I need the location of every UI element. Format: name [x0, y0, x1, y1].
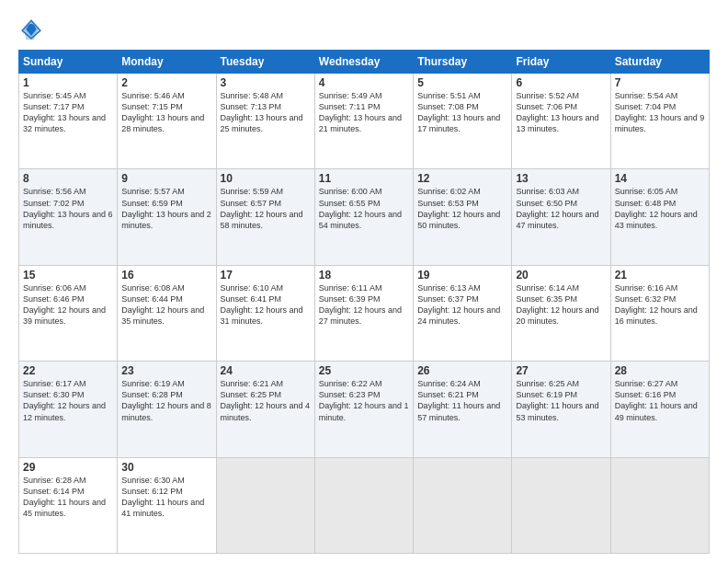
table-row — [314, 457, 413, 553]
logo-icon — [18, 17, 44, 42]
calendar-week-row: 29Sunrise: 6:28 AM Sunset: 6:14 PM Dayli… — [19, 457, 710, 553]
calendar-week-row: 8Sunrise: 5:56 AM Sunset: 7:02 PM Daylig… — [19, 169, 710, 265]
table-row: 23Sunrise: 6:19 AM Sunset: 6:28 PM Dayli… — [118, 362, 216, 457]
table-row: 20Sunrise: 6:14 AM Sunset: 6:35 PM Dayli… — [512, 265, 610, 361]
table-row: 21Sunrise: 6:16 AM Sunset: 6:32 PM Dayli… — [610, 265, 709, 361]
table-row — [216, 457, 314, 553]
table-row: 2Sunrise: 5:46 AM Sunset: 7:15 PM Daylig… — [118, 74, 216, 169]
table-row: 13Sunrise: 6:03 AM Sunset: 6:50 PM Dayli… — [512, 169, 610, 265]
day-number: 15 — [23, 269, 113, 282]
table-row: 12Sunrise: 6:02 AM Sunset: 6:53 PM Dayli… — [414, 169, 512, 265]
col-sunday: Sunday — [19, 51, 118, 74]
day-info: Sunrise: 6:06 AM Sunset: 6:46 PM Dayligh… — [23, 282, 113, 327]
day-info: Sunrise: 6:27 AM Sunset: 6:16 PM Dayligh… — [615, 378, 705, 423]
calendar-week-row: 22Sunrise: 6:17 AM Sunset: 6:30 PM Dayli… — [19, 362, 710, 457]
table-row: 18Sunrise: 6:11 AM Sunset: 6:39 PM Dayli… — [314, 265, 413, 361]
day-info: Sunrise: 6:08 AM Sunset: 6:44 PM Dayligh… — [121, 282, 211, 327]
day-info: Sunrise: 5:49 AM Sunset: 7:11 PM Dayligh… — [319, 90, 409, 135]
table-row — [610, 457, 709, 553]
table-row: 28Sunrise: 6:27 AM Sunset: 6:16 PM Dayli… — [610, 362, 709, 457]
table-row: 19Sunrise: 6:13 AM Sunset: 6:37 PM Dayli… — [414, 265, 512, 361]
day-info: Sunrise: 6:22 AM Sunset: 6:23 PM Dayligh… — [319, 378, 409, 423]
table-row — [414, 457, 512, 553]
calendar-header-row: Sunday Monday Tuesday Wednesday Thursday… — [19, 51, 710, 74]
day-info: Sunrise: 5:52 AM Sunset: 7:06 PM Dayligh… — [516, 90, 606, 135]
table-row: 10Sunrise: 5:59 AM Sunset: 6:57 PM Dayli… — [216, 169, 314, 265]
day-number: 17 — [221, 269, 311, 282]
day-number: 25 — [319, 364, 409, 377]
day-number: 18 — [319, 269, 409, 282]
day-info: Sunrise: 6:10 AM Sunset: 6:41 PM Dayligh… — [221, 282, 311, 327]
day-info: Sunrise: 5:57 AM Sunset: 6:59 PM Dayligh… — [121, 186, 211, 231]
table-row: 5Sunrise: 5:51 AM Sunset: 7:08 PM Daylig… — [414, 74, 512, 169]
calendar-week-row: 1Sunrise: 5:45 AM Sunset: 7:17 PM Daylig… — [19, 74, 710, 169]
day-info: Sunrise: 6:21 AM Sunset: 6:25 PM Dayligh… — [221, 378, 311, 423]
day-number: 1 — [23, 76, 113, 89]
day-info: Sunrise: 5:54 AM Sunset: 7:04 PM Dayligh… — [615, 90, 705, 135]
table-row: 26Sunrise: 6:24 AM Sunset: 6:21 PM Dayli… — [414, 362, 512, 457]
day-info: Sunrise: 5:51 AM Sunset: 7:08 PM Dayligh… — [417, 90, 507, 135]
day-number: 27 — [516, 364, 606, 377]
day-info: Sunrise: 6:02 AM Sunset: 6:53 PM Dayligh… — [417, 186, 507, 231]
calendar: Sunday Monday Tuesday Wednesday Thursday… — [18, 50, 710, 554]
day-number: 2 — [121, 76, 211, 89]
day-number: 9 — [121, 172, 211, 185]
day-info: Sunrise: 6:05 AM Sunset: 6:48 PM Dayligh… — [615, 186, 705, 231]
table-row: 22Sunrise: 6:17 AM Sunset: 6:30 PM Dayli… — [19, 362, 118, 457]
logo — [18, 17, 48, 42]
col-monday: Monday — [118, 51, 216, 74]
day-number: 6 — [516, 76, 606, 89]
table-row: 8Sunrise: 5:56 AM Sunset: 7:02 PM Daylig… — [19, 169, 118, 265]
table-row: 1Sunrise: 5:45 AM Sunset: 7:17 PM Daylig… — [19, 74, 118, 169]
day-info: Sunrise: 6:13 AM Sunset: 6:37 PM Dayligh… — [417, 282, 507, 327]
day-info: Sunrise: 6:24 AM Sunset: 6:21 PM Dayligh… — [417, 378, 507, 423]
day-number: 29 — [23, 461, 113, 474]
day-info: Sunrise: 6:28 AM Sunset: 6:14 PM Dayligh… — [23, 475, 113, 520]
table-row: 25Sunrise: 6:22 AM Sunset: 6:23 PM Dayli… — [314, 362, 413, 457]
day-number: 24 — [221, 364, 311, 377]
day-info: Sunrise: 6:30 AM Sunset: 6:12 PM Dayligh… — [121, 475, 211, 520]
day-number: 14 — [615, 172, 705, 185]
day-number: 4 — [319, 76, 409, 89]
calendar-week-row: 15Sunrise: 6:06 AM Sunset: 6:46 PM Dayli… — [19, 265, 710, 361]
table-row — [512, 457, 610, 553]
day-number: 23 — [121, 364, 211, 377]
day-number: 20 — [516, 269, 606, 282]
col-friday: Friday — [512, 51, 610, 74]
day-number: 8 — [23, 172, 113, 185]
day-info: Sunrise: 6:17 AM Sunset: 6:30 PM Dayligh… — [23, 378, 113, 423]
table-row: 24Sunrise: 6:21 AM Sunset: 6:25 PM Dayli… — [216, 362, 314, 457]
day-info: Sunrise: 6:14 AM Sunset: 6:35 PM Dayligh… — [516, 282, 606, 327]
day-info: Sunrise: 5:46 AM Sunset: 7:15 PM Dayligh… — [121, 90, 211, 135]
day-number: 21 — [615, 269, 705, 282]
col-saturday: Saturday — [610, 51, 709, 74]
day-info: Sunrise: 5:48 AM Sunset: 7:13 PM Dayligh… — [221, 90, 311, 135]
day-number: 5 — [417, 76, 507, 89]
day-number: 16 — [121, 269, 211, 282]
day-number: 13 — [516, 172, 606, 185]
col-thursday: Thursday — [414, 51, 512, 74]
day-info: Sunrise: 6:11 AM Sunset: 6:39 PM Dayligh… — [319, 282, 409, 327]
day-info: Sunrise: 6:25 AM Sunset: 6:19 PM Dayligh… — [516, 378, 606, 423]
day-number: 7 — [615, 76, 705, 89]
table-row: 3Sunrise: 5:48 AM Sunset: 7:13 PM Daylig… — [216, 74, 314, 169]
day-info: Sunrise: 5:59 AM Sunset: 6:57 PM Dayligh… — [221, 186, 311, 231]
day-info: Sunrise: 6:00 AM Sunset: 6:55 PM Dayligh… — [319, 186, 409, 231]
table-row: 30Sunrise: 6:30 AM Sunset: 6:12 PM Dayli… — [118, 457, 216, 553]
table-row: 15Sunrise: 6:06 AM Sunset: 6:46 PM Dayli… — [19, 265, 118, 361]
table-row: 7Sunrise: 5:54 AM Sunset: 7:04 PM Daylig… — [610, 74, 709, 169]
day-number: 26 — [417, 364, 507, 377]
day-info: Sunrise: 6:16 AM Sunset: 6:32 PM Dayligh… — [615, 282, 705, 327]
table-row: 4Sunrise: 5:49 AM Sunset: 7:11 PM Daylig… — [314, 74, 413, 169]
day-number: 11 — [319, 172, 409, 185]
day-info: Sunrise: 6:03 AM Sunset: 6:50 PM Dayligh… — [516, 186, 606, 231]
table-row: 6Sunrise: 5:52 AM Sunset: 7:06 PM Daylig… — [512, 74, 610, 169]
day-number: 3 — [221, 76, 311, 89]
table-row: 27Sunrise: 6:25 AM Sunset: 6:19 PM Dayli… — [512, 362, 610, 457]
day-number: 30 — [121, 461, 211, 474]
day-number: 12 — [417, 172, 507, 185]
table-row: 17Sunrise: 6:10 AM Sunset: 6:41 PM Dayli… — [216, 265, 314, 361]
table-row: 14Sunrise: 6:05 AM Sunset: 6:48 PM Dayli… — [610, 169, 709, 265]
day-number: 28 — [615, 364, 705, 377]
col-wednesday: Wednesday — [314, 51, 413, 74]
